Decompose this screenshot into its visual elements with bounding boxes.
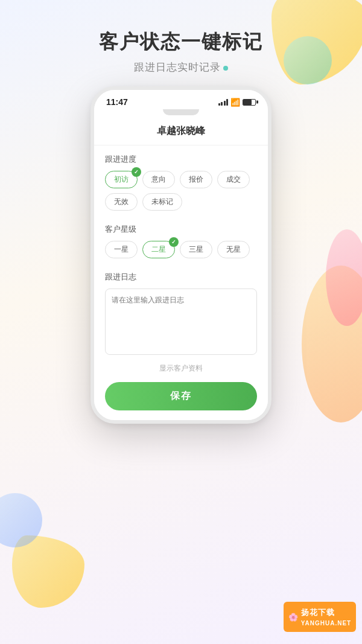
tag-wuxing[interactable]: 无星 ✓ xyxy=(217,241,250,258)
show-info[interactable]: 显示客户资料 xyxy=(94,357,268,377)
watermark: 🌸 扬花下载 YANGHUA.NET xyxy=(284,602,356,632)
watermark-icon: 🌸 xyxy=(288,613,299,622)
phone-screen: 卓越张晓峰 跟进进度 初访 ✓ 意向 ✓ 报价 ✓ xyxy=(94,119,268,420)
screen-title: 卓越张晓峰 xyxy=(94,119,268,145)
phone-notch xyxy=(163,109,199,115)
status-time: 11:47 xyxy=(106,97,128,107)
tag-yixiang[interactable]: 意向 ✓ xyxy=(142,171,175,188)
tag-erxing[interactable]: 二星 ✓ xyxy=(142,241,175,258)
tag-wuxiao[interactable]: 无效 ✓ xyxy=(105,193,138,211)
diary-section: 跟进日志 xyxy=(94,263,268,357)
tag-chufang[interactable]: 初访 ✓ xyxy=(105,171,138,188)
status-icons: 📶 xyxy=(218,98,256,107)
tag-weibiaoji[interactable]: 未标记 ✓ xyxy=(142,193,182,211)
phone-mockup: 11:47 📶 卓越张晓峰 跟进进度 xyxy=(0,86,362,424)
subtitle-dot xyxy=(223,66,228,71)
star-label: 客户星级 xyxy=(105,224,257,235)
progress-section: 跟进进度 初访 ✓ 意向 ✓ 报价 ✓ 成交 xyxy=(94,145,268,211)
tag-sanxing[interactable]: 三星 ✓ xyxy=(180,241,212,258)
signal-icon xyxy=(218,98,229,106)
tag-yixing[interactable]: 一星 ✓ xyxy=(105,241,138,258)
phone-frame: 11:47 📶 卓越张晓峰 跟进进度 xyxy=(91,86,272,424)
check-badge-chufang: ✓ xyxy=(132,167,141,177)
watermark-text: 扬花下载 YANGHUA.NET xyxy=(301,607,351,627)
check-badge-erxing: ✓ xyxy=(169,237,179,247)
page-subtitle: 跟进日志实时记录 xyxy=(0,60,362,74)
progress-label: 跟进进度 xyxy=(105,154,257,165)
star-section: 客户星级 一星 ✓ 二星 ✓ 三星 ✓ 无星 xyxy=(94,215,268,258)
progress-tag-row: 初访 ✓ 意向 ✓ 报价 ✓ 成交 ✓ xyxy=(105,171,257,188)
save-button[interactable]: 保存 xyxy=(105,382,257,410)
diary-input[interactable] xyxy=(105,289,257,355)
tag-chengjiao[interactable]: 成交 ✓ xyxy=(217,171,250,188)
progress-tag-row-2: 无效 ✓ 未标记 ✓ xyxy=(105,193,257,211)
battery-icon xyxy=(243,99,256,106)
status-bar: 11:47 📶 xyxy=(94,90,268,109)
page-title: 客户状态一键标记 xyxy=(0,29,362,56)
star-tag-row: 一星 ✓ 二星 ✓ 三星 ✓ 无星 ✓ xyxy=(105,241,257,258)
wifi-icon: 📶 xyxy=(230,98,240,107)
diary-label: 跟进日志 xyxy=(105,272,257,282)
tag-baojia[interactable]: 报价 ✓ xyxy=(180,171,212,188)
page-header: 客户状态一键标记 跟进日志实时记录 xyxy=(0,0,362,86)
